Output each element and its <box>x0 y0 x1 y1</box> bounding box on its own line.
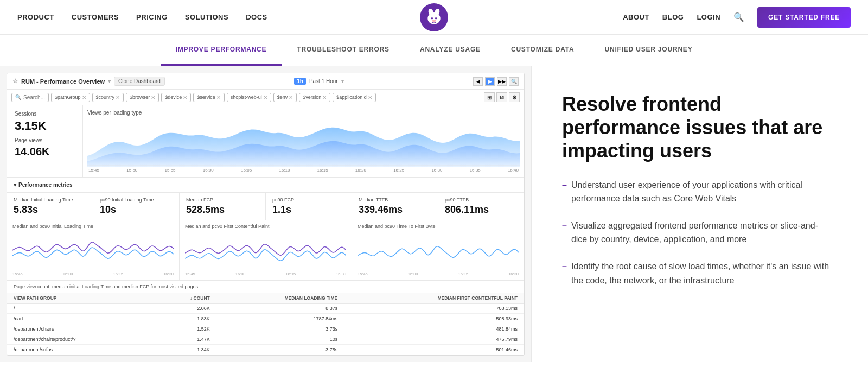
time-tick-11: 16:35 <box>470 168 481 173</box>
views-chart <box>87 118 520 167</box>
mini-chart-title-2: Median and pc90 Time To First Byte <box>358 224 519 229</box>
mini-chart-ttfb: Median and pc90 Time To First Byte 15:45… <box>352 220 524 280</box>
filter-actions: ⊞ 🖥 ⚙ <box>484 92 520 102</box>
dashboard-time: 1h Past 1 Hour ▾ <box>294 78 343 85</box>
right-panel: Resolve frontend performance issues that… <box>532 66 868 362</box>
filter-monitor-button[interactable]: 🖥 <box>496 92 507 102</box>
mini-chart-fcp: Median and pc90 First Contentful Paint 1… <box>180 220 352 280</box>
metric-pc90-initial: pc90 Initial Loading Time 10s <box>93 193 180 220</box>
filter-tag-version[interactable]: $version✕ <box>299 93 330 102</box>
row-count-2: 1.83K <box>152 314 216 324</box>
row-path-3: /department/chairs <box>7 324 152 334</box>
filter-grid-button[interactable]: ⊞ <box>484 92 495 102</box>
dashboard-title-area: ☆ RUM - Performance Overview ▾ Clone Das… <box>12 77 165 86</box>
mini-tick-fcp-1: 15:45 <box>185 271 195 276</box>
prev-button[interactable]: ◀ <box>473 77 483 86</box>
table-row: /department/sofas 1.34K 3.75s 501.46ms <box>7 345 524 355</box>
tab-troubleshoot-errors[interactable]: TROUBLESHOOT ERRORS <box>282 35 405 66</box>
row-path-5: /department/sofas <box>7 345 152 355</box>
filter-gear-button[interactable]: ⚙ <box>509 92 520 102</box>
time-tick-9: 16:25 <box>393 168 404 173</box>
filter-tag-browser[interactable]: $browser✕ <box>126 93 159 102</box>
navbar: PRODUCT CUSTOMERS PRICING SOLUTIONS DOCS… <box>0 0 868 35</box>
col-header-count: ↓ COUNT <box>152 293 216 304</box>
row-fcp-3: 481.84ms <box>344 324 524 334</box>
time-tick-6: 16:10 <box>279 168 290 173</box>
play-button[interactable]: ▶ <box>485 77 495 86</box>
tab-analyze-usage[interactable]: ANALYZE USAGE <box>405 35 496 66</box>
clone-dashboard-button[interactable]: Clone Dashboard <box>114 77 165 86</box>
star-icon: ☆ <box>12 78 18 85</box>
metrics-top: Sessions 3.15K Page views 14.06K Views p… <box>7 105 524 178</box>
metric-value-4: 339.46ms <box>359 204 431 216</box>
nav-about[interactable]: ABOUT <box>623 13 649 21</box>
mini-chart-title-0: Median and pc90 Initial Loading Time <box>12 224 174 229</box>
next-button[interactable]: ▶▶ <box>497 77 507 86</box>
metric-value-3: 1.1s <box>272 204 345 216</box>
time-dropdown-icon[interactable]: ▾ <box>341 78 344 84</box>
search-icon[interactable]: 🔍 <box>733 12 744 22</box>
time-tick-8: 16:20 <box>355 168 366 173</box>
filter-tag-pathgroup[interactable]: $pathGroup✕ <box>51 93 90 102</box>
col-header-loading: MEDIAN LOADING TIME <box>216 293 344 304</box>
sessions-label: Sessions <box>15 111 75 117</box>
row-count-1: 2.06K <box>152 304 216 314</box>
row-count-5: 1.34K <box>152 345 216 355</box>
mini-charts-row: Median and pc90 Initial Loading Time 15:… <box>7 220 524 280</box>
cta-button[interactable]: GET STARTED FREE <box>757 7 851 28</box>
filter-search[interactable]: 🔍 Search... <box>11 93 49 102</box>
nav-solutions[interactable]: SOLUTIONS <box>185 13 228 21</box>
filter-tag-shopist[interactable]: shopist-web-ui✕ <box>227 93 271 102</box>
tab-customize-data[interactable]: CUSTOMIZE DATA <box>496 35 590 66</box>
time-tick-12: 16:40 <box>508 168 519 173</box>
filter-tag-service[interactable]: $service✕ <box>193 93 225 102</box>
mini-tick-ttfb-1: 15:45 <box>358 271 368 276</box>
row-loading-5: 3.75s <box>216 345 344 355</box>
col-header-fcp: MEDIAN FIRST CONTENTFUL PAINT <box>344 293 524 304</box>
sessions-panel: Sessions 3.15K Page views 14.06K <box>7 105 83 177</box>
mini-tick-3: 16:15 <box>113 271 123 276</box>
filter-tag-device[interactable]: $device✕ <box>161 93 191 102</box>
chevron-down-icon[interactable]: ▾ <box>108 78 111 84</box>
bullet-dash-1: – <box>562 178 567 206</box>
row-loading-1: 8.37s <box>216 304 344 314</box>
dashboard-panel: ☆ RUM - Performance Overview ▾ Clone Das… <box>0 66 532 362</box>
mini-tick-fcp-3: 16:15 <box>285 271 296 276</box>
tab-improve-performance[interactable]: IMPROVE PERFORMANCE <box>161 35 282 66</box>
nav-pricing[interactable]: PRICING <box>136 13 168 21</box>
time-tick-2: 15:50 <box>126 168 137 173</box>
table-row: /department/chairs 1.52K 3.73s 481.84ms <box>7 324 524 334</box>
data-table: VIEW PATH GROUP ↓ COUNT MEDIAN LOADING T… <box>7 293 524 355</box>
logo-dog <box>420 3 448 31</box>
nav-product[interactable]: PRODUCT <box>17 13 54 21</box>
filter-tag-appid[interactable]: $applicationId✕ <box>333 93 376 102</box>
metric-value-0: 5.83s <box>14 204 86 216</box>
metric-median-ttfb: Median TTFB 339.46ms <box>352 193 438 220</box>
nav-login[interactable]: LOGIN <box>697 13 720 21</box>
logo[interactable] <box>420 3 448 31</box>
bullet-item-1: – Understand user experience of your app… <box>562 178 833 206</box>
filter-tag-country[interactable]: $country✕ <box>92 93 124 102</box>
nav-blog[interactable]: BLOG <box>662 13 684 21</box>
search-dash-button[interactable]: 🔍 <box>509 77 519 86</box>
perf-header: ▾ Performance metrics <box>7 178 524 193</box>
nav-customers[interactable]: CUSTOMERS <box>72 13 119 21</box>
mini-tick-fcp-4: 16:30 <box>336 271 346 276</box>
bullet-dash-3: – <box>562 260 567 287</box>
pageviews-label: Page views <box>15 137 75 143</box>
tab-unified-journey[interactable]: UNIFIED USER JOURNEY <box>589 35 707 66</box>
metric-value-5: 806.11ms <box>445 204 518 216</box>
mini-chart-svg-2 <box>358 231 519 269</box>
svg-point-3 <box>431 17 433 20</box>
bullet-text-1: Understand user experience of your appli… <box>571 178 833 206</box>
perf-metrics-row: Median Initial Loading Time 5.83s pc90 I… <box>7 193 524 220</box>
mini-tick-4: 16:30 <box>163 271 174 276</box>
table-row: / 2.06K 8.37s 708.13ms <box>7 304 524 314</box>
filter-tag-env[interactable]: $env✕ <box>273 93 297 102</box>
metric-label-3: pc90 FCP <box>272 197 345 203</box>
row-loading-4: 10s <box>216 334 344 345</box>
metric-label-2: Median FCP <box>186 197 259 203</box>
search-placeholder: Search... <box>23 94 45 100</box>
nav-docs[interactable]: DOCS <box>246 13 267 21</box>
metric-label-1: pc90 Initial Loading Time <box>100 197 173 203</box>
